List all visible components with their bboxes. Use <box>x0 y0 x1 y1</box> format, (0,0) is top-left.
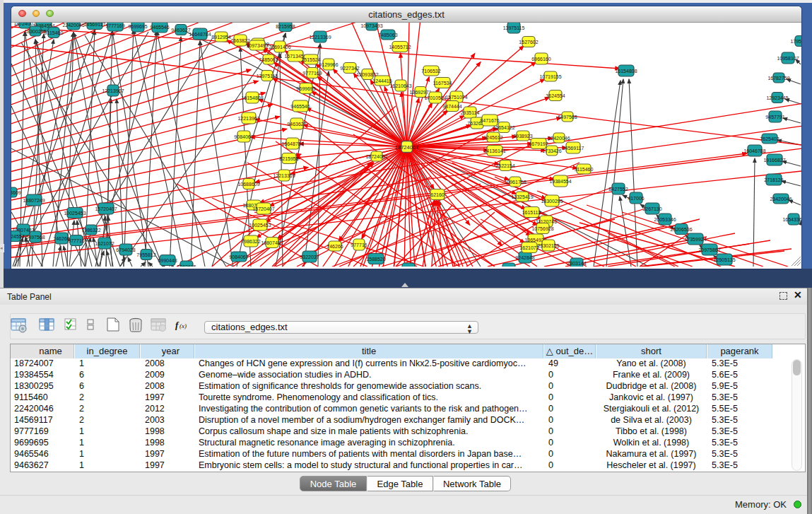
svg-text:18807249: 18807249 <box>23 198 45 203</box>
svg-text:9465546: 9465546 <box>290 104 310 109</box>
svg-text:13975115: 13975115 <box>257 74 278 78</box>
svg-text:16154808: 16154808 <box>615 69 637 74</box>
svg-text:19384554: 19384554 <box>549 179 571 184</box>
svg-text:977716: 977716 <box>351 243 367 247</box>
svg-text:9129966: 9129966 <box>319 62 338 67</box>
svg-text:1621072: 1621072 <box>519 245 539 250</box>
svg-text:746266: 746266 <box>53 236 69 241</box>
svg-text:1621072: 1621072 <box>95 241 114 246</box>
svg-text:8471676: 8471676 <box>480 118 499 123</box>
svg-text:13692971: 13692971 <box>409 90 431 95</box>
svg-text:(x): (x) <box>180 322 187 329</box>
svg-text:10807487: 10807487 <box>261 240 283 245</box>
svg-text:23420046: 23420046 <box>770 197 792 201</box>
svg-text:22420046: 22420046 <box>62 23 84 28</box>
svg-text:14569117: 14569117 <box>563 146 584 151</box>
svg-text:9699695: 9699695 <box>128 24 147 29</box>
svg-text:9084067: 9084067 <box>234 134 253 139</box>
svg-text:9465546: 9465546 <box>150 25 169 30</box>
svg-text:16782759: 16782759 <box>767 76 789 81</box>
svg-text:1527602: 1527602 <box>519 40 538 45</box>
svg-text:7955812: 7955812 <box>136 252 155 257</box>
svg-text:12213967: 12213967 <box>102 88 124 93</box>
svg-text:9777169: 9777169 <box>105 23 124 28</box>
svg-text:16210643: 16210643 <box>389 83 411 88</box>
svg-text:17957223: 17957223 <box>790 39 801 44</box>
svg-text:9457791: 9457791 <box>765 115 784 119</box>
svg-text:9115460: 9115460 <box>575 167 594 172</box>
svg-text:18300295: 18300295 <box>541 199 563 204</box>
svg-text:13975115: 13975115 <box>503 25 525 30</box>
svg-text:977716: 977716 <box>68 238 84 243</box>
svg-text:62160: 62160 <box>430 192 445 197</box>
svg-text:14569117: 14569117 <box>84 23 106 27</box>
svg-text:8938923: 8938923 <box>513 134 532 139</box>
svg-text:6990448: 6990448 <box>158 258 177 263</box>
svg-text:1588520: 1588520 <box>366 257 385 262</box>
svg-text:18724007: 18724007 <box>395 144 418 151</box>
svg-text:7625402: 7625402 <box>760 136 779 141</box>
svg-text:10961758: 10961758 <box>504 180 526 185</box>
svg-text:13325419: 13325419 <box>511 194 533 199</box>
svg-text:10688609: 10688609 <box>11 190 21 195</box>
svg-text:3624554: 3624554 <box>11 234 25 239</box>
svg-text:5875685: 5875685 <box>499 266 518 267</box>
svg-text:1167534: 1167534 <box>433 81 452 86</box>
svg-text:10973493: 10973493 <box>360 23 382 28</box>
svg-text:18724007: 18724007 <box>365 154 387 159</box>
svg-text:12923445: 12923445 <box>766 95 788 100</box>
svg-text:2522154: 2522154 <box>495 163 514 168</box>
svg-text:7485063: 7485063 <box>378 33 397 37</box>
svg-text:7106532: 7106532 <box>421 69 440 74</box>
svg-text:17010504: 17010504 <box>424 95 446 100</box>
svg-text:2718126: 2718126 <box>764 177 783 182</box>
svg-text:15720407: 15720407 <box>252 206 274 211</box>
svg-text:20206536: 20206536 <box>670 227 692 232</box>
svg-text:12213369: 12213369 <box>309 35 331 40</box>
svg-text:19166827: 19166827 <box>763 158 785 163</box>
svg-text:9463627: 9463627 <box>171 28 190 33</box>
svg-text:3267130: 3267130 <box>642 206 661 211</box>
svg-text:20975867: 20975867 <box>698 247 720 252</box>
svg-text:16648784: 16648784 <box>189 32 211 37</box>
svg-text:7986322: 7986322 <box>241 239 260 244</box>
svg-text:9777169: 9777169 <box>302 71 322 76</box>
svg-text:10025453: 10025453 <box>64 211 86 216</box>
svg-text:10688609: 10688609 <box>237 182 259 187</box>
svg-text:9084067: 9084067 <box>229 255 248 259</box>
svg-text:15751074: 15751074 <box>445 95 467 100</box>
svg-text:12505135: 12505135 <box>713 257 735 262</box>
svg-text:12093832: 12093832 <box>356 72 378 77</box>
svg-text:3624554: 3624554 <box>546 93 565 98</box>
svg-text:12213369: 12213369 <box>273 173 295 178</box>
svg-text:2935114: 2935114 <box>461 110 480 115</box>
svg-text:12213967: 12213967 <box>237 116 259 121</box>
svg-text:6497568: 6497568 <box>25 235 45 240</box>
svg-text:1733426: 1733426 <box>542 148 561 153</box>
svg-text:20691406: 20691406 <box>269 45 290 49</box>
svg-text:1362615: 1362615 <box>177 264 196 267</box>
svg-text:9463627: 9463627 <box>287 122 306 127</box>
svg-text:9474444: 9474444 <box>442 104 461 109</box>
svg-text:8427552: 8427552 <box>608 187 628 192</box>
svg-text:18300295: 18300295 <box>24 29 46 34</box>
svg-text:6679197: 6679197 <box>529 141 548 146</box>
svg-text:7986322: 7986322 <box>81 228 100 233</box>
svg-text:8912954: 8912954 <box>211 35 230 40</box>
svg-text:16046788: 16046788 <box>743 148 765 153</box>
svg-text:5322037: 5322037 <box>300 255 319 259</box>
svg-text:16648784: 16648784 <box>281 141 303 146</box>
svg-text:8215958: 8215958 <box>276 24 295 29</box>
svg-text:14055712: 14055712 <box>389 45 411 49</box>
svg-text:9242848: 9242848 <box>515 255 534 260</box>
svg-text:10654122: 10654122 <box>493 125 514 130</box>
svg-text:16543362: 16543362 <box>782 217 801 222</box>
svg-text:10958107: 10958107 <box>777 56 799 61</box>
svg-text:23302155: 23302155 <box>537 243 559 248</box>
svg-text:9146821: 9146821 <box>399 266 418 267</box>
svg-text:9227342: 9227342 <box>340 66 359 71</box>
svg-text:26053346: 26053346 <box>654 217 676 222</box>
svg-text:10756928: 10756928 <box>531 226 553 231</box>
svg-text:15720407: 15720407 <box>95 206 117 211</box>
svg-text:2803144: 2803144 <box>567 261 586 266</box>
